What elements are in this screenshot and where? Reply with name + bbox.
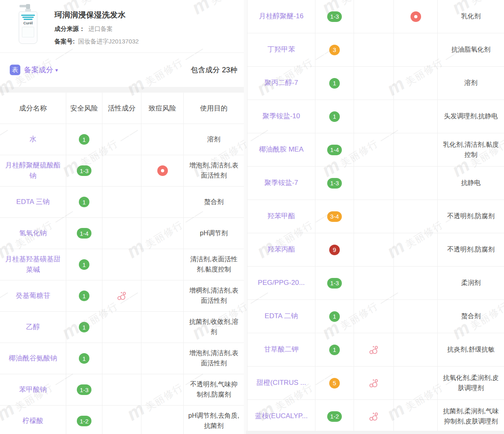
active-ingredient-cell [354, 100, 394, 133]
ingredient-row: PEG/PPG-20...1-3柔润剂 [248, 267, 504, 300]
column-header: 成分名称 [0, 93, 66, 124]
ingredient-row: 水1溶剂 [0, 124, 244, 155]
ingredient-row: 椰油酰谷氨酸钠1增泡剂,清洁剂,表面活性剂 [0, 343, 244, 374]
ingredient-row: 羟苯甲酯3-4不透明剂,防腐剂 [248, 200, 504, 233]
active-ingredient-cell [102, 249, 141, 280]
safety-risk-badge: 3-4 [327, 211, 342, 222]
active-ingredient-cell [102, 124, 141, 155]
acne-risk-cell [394, 133, 438, 166]
ingredient-name-link[interactable]: 月桂醇聚醚-16 [248, 0, 315, 33]
ingredient-name-link[interactable]: EDTA 三钠 [0, 187, 66, 217]
active-ingredient-cell [102, 343, 141, 374]
ingredient-name-link[interactable]: 苯甲酸钠 [0, 374, 66, 405]
acne-risk-cell [141, 155, 184, 186]
safety-risk-badge: 1 [79, 259, 89, 270]
safety-risk-cell: 1-3 [315, 267, 354, 299]
ingredient-row: 甘草酸二钾1抗炎剂,舒缓抗敏 [248, 333, 504, 367]
ingredient-table-right: 月桂醇聚醚-161-3乳化剂丁羟甲苯3抗油脂氧化剂聚丙二醇-71溶剂聚季铵盐-1… [247, 0, 504, 431]
ingredient-purpose: 螯合剂 [184, 187, 244, 217]
ingredient-purpose: 螯合剂 [438, 300, 504, 333]
ingredient-row: 月桂醇聚醚-161-3乳化剂 [248, 0, 504, 33]
safety-risk-cell: 3 [315, 33, 354, 66]
ingredient-name-link[interactable]: 水 [0, 124, 66, 155]
product-card: Curél 珂润润浸保湿洗发水 成分来源： 进口备案 备案号: 国妆备进字J20… [0, 0, 244, 53]
safety-risk-badge: 9 [329, 245, 340, 255]
ingredient-name-link[interactable]: 月桂基羟基磺基甜菜碱 [0, 249, 66, 280]
chevron-down-icon[interactable]: ▾ [55, 67, 58, 73]
safety-risk-badge: 1-3 [327, 278, 342, 289]
ingredient-purpose: 抗菌剂,收敛剂,溶剂 [184, 312, 244, 343]
ingredient-count: 包含成分 23种 [191, 65, 237, 75]
ingredient-name-link[interactable]: PEG/PPG-20... [248, 267, 315, 299]
acne-risk-cell [394, 100, 438, 133]
section-title-dropdown[interactable]: 备案成分 [24, 65, 53, 75]
ingredient-purpose: pH调节剂,去角质,抗菌剂 [184, 406, 244, 434]
ingredient-name-link[interactable]: 椰油酰胺 MEA [248, 133, 315, 166]
active-ingredient-cell [354, 300, 394, 333]
safety-risk-cell: 1 [66, 249, 102, 280]
safety-risk-badge: 1-3 [327, 178, 342, 189]
active-ingredient-cell [354, 400, 394, 431]
safety-risk-cell: 9 [315, 233, 354, 266]
bubbles-icon [369, 378, 379, 388]
ingredient-name-link[interactable]: 甘草酸二钾 [248, 333, 315, 366]
ingredient-name-link[interactable]: 癸基葡糖苷 [0, 280, 66, 311]
ingredient-row: 癸基葡糖苷1增稠剂,清洁剂,表面活性剂 [0, 280, 244, 312]
active-ingredient-cell [354, 167, 394, 200]
ingredient-name-link[interactable]: 甜橙(CITRUS ... [248, 367, 315, 399]
ingredient-name-link[interactable]: 羟苯甲酯 [248, 200, 315, 233]
ingredient-name-link[interactable]: 聚季铵盐-10 [248, 100, 315, 133]
safety-risk-cell: 1 [315, 67, 354, 100]
active-ingredient-cell [354, 267, 394, 299]
safety-risk-badge: 1-2 [77, 416, 91, 426]
ingredient-purpose: 溶剂 [438, 67, 504, 100]
ingredient-row: EDTA 三钠1螯合剂 [0, 187, 244, 218]
ingredient-row: EDTA 二钠1螯合剂 [248, 300, 504, 333]
active-ingredient-cell [102, 218, 141, 249]
ingredient-name-link[interactable]: 柠檬酸 [0, 406, 66, 434]
active-ingredient-cell [354, 33, 394, 66]
ingredient-name-link[interactable]: 椰油酰谷氨酸钠 [0, 343, 66, 374]
safety-risk-cell: 1 [315, 100, 354, 133]
ingredient-row: 月桂基羟基磺基甜菜碱1清洁剂,表面活性剂,黏度控制 [0, 249, 244, 280]
ingredient-purpose: 抗氧化剂,柔润剂,皮肤调理剂 [438, 367, 504, 399]
ingredient-name-link[interactable]: 羟苯丙酯 [248, 233, 315, 266]
dot-circle-icon [157, 165, 168, 176]
section-header: 表 备案成分 ▾ 包含成分 23种 [0, 53, 244, 87]
safety-risk-badge: 1 [79, 134, 89, 145]
safety-risk-cell: 1-4 [315, 133, 354, 166]
ingredient-name-link[interactable]: 聚丙二醇-7 [248, 67, 315, 100]
acne-risk-cell [394, 67, 438, 100]
acne-risk-cell [141, 406, 184, 434]
ingredient-name-link[interactable]: 蓝桉(EUCALYP... [248, 400, 315, 431]
ingredient-row: 乙醇1抗菌剂,收敛剂,溶剂 [0, 312, 244, 343]
safety-risk-cell: 1 [66, 187, 102, 217]
column-header: 使用目的 [184, 93, 244, 124]
active-ingredient-cell [102, 155, 141, 186]
ingredient-purpose: 抗油脂氧化剂 [438, 33, 504, 66]
ingredient-name-link[interactable]: 氢氧化钠 [0, 218, 66, 249]
source-label: 成分来源： [54, 25, 85, 32]
bubbles-icon [369, 411, 379, 422]
ingredient-analysis-page: Curél 珂润润浸保湿洗发水 成分来源： 进口备案 备案号: 国妆备进字J20… [0, 0, 504, 434]
ingredient-purpose: 清洁剂,表面活性剂,黏度控制 [184, 249, 244, 280]
ingredient-name-link[interactable]: EDTA 二钠 [248, 300, 315, 333]
ingredient-purpose: 抗静电 [438, 167, 504, 200]
ingredient-name-link[interactable]: 乙醇 [0, 312, 66, 343]
ingredient-purpose: 柔润剂 [438, 267, 504, 299]
bubbles-icon [369, 345, 379, 355]
left-column: Curél 珂润润浸保湿洗发水 成分来源： 进口备案 备案号: 国妆备进字J20… [0, 0, 244, 434]
ingredient-row: 蓝桉(EUCALYP...1-2抗菌剂,柔润剂,气味抑制剂,皮肤调理剂 [248, 400, 504, 431]
acne-risk-cell [394, 0, 438, 33]
section-divider [0, 87, 244, 93]
safety-risk-badge: 3 [329, 45, 340, 55]
ingredient-name-link[interactable]: 聚季铵盐-7 [248, 167, 315, 200]
acne-risk-cell [141, 343, 184, 374]
safety-risk-badge: 1-3 [77, 384, 91, 395]
safety-risk-badge: 1-3 [327, 11, 342, 22]
table-badge-icon: 表 [10, 65, 20, 75]
ingredient-name-link[interactable]: 丁羟甲苯 [248, 33, 315, 66]
ingredient-name-link[interactable]: 月桂醇聚醚硫酸酯钠 [0, 155, 66, 186]
ingredient-purpose: pH调节剂 [184, 218, 244, 249]
ingredient-row: 月桂醇聚醚硫酸酯钠1-3增泡剂,清洁剂,表面活性剂 [0, 155, 244, 187]
